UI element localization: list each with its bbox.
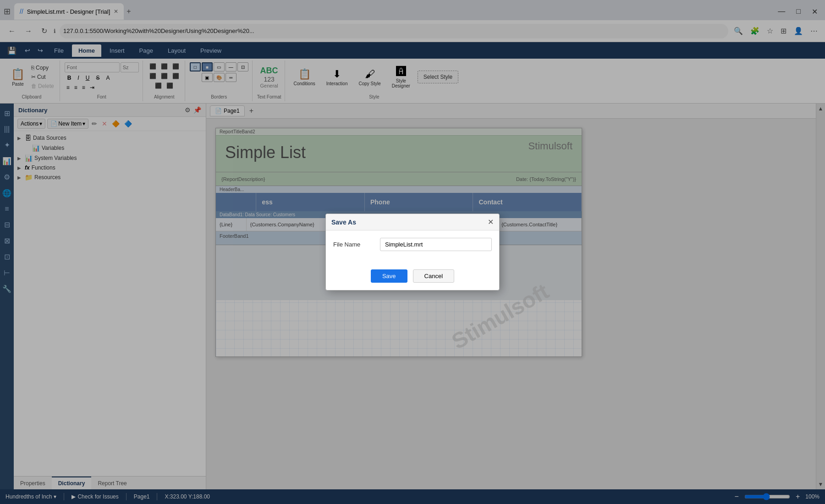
file-name-input[interactable] xyxy=(380,238,492,251)
dialog-footer: Save Cancel xyxy=(326,266,499,290)
save-as-dialog: Save As ✕ File Name Save Cancel xyxy=(325,214,500,290)
dialog-overlay: Save As ✕ File Name Save Cancel xyxy=(0,0,825,504)
file-name-label: File Name xyxy=(333,241,374,248)
dialog-header: Save As ✕ xyxy=(326,214,499,230)
file-name-field: File Name xyxy=(333,238,492,251)
dialog-save-button[interactable]: Save xyxy=(371,269,407,283)
dialog-body: File Name xyxy=(326,230,499,266)
dialog-title: Save As xyxy=(331,219,356,226)
dialog-close-button[interactable]: ✕ xyxy=(488,218,494,226)
dialog-cancel-button[interactable]: Cancel xyxy=(413,269,454,283)
